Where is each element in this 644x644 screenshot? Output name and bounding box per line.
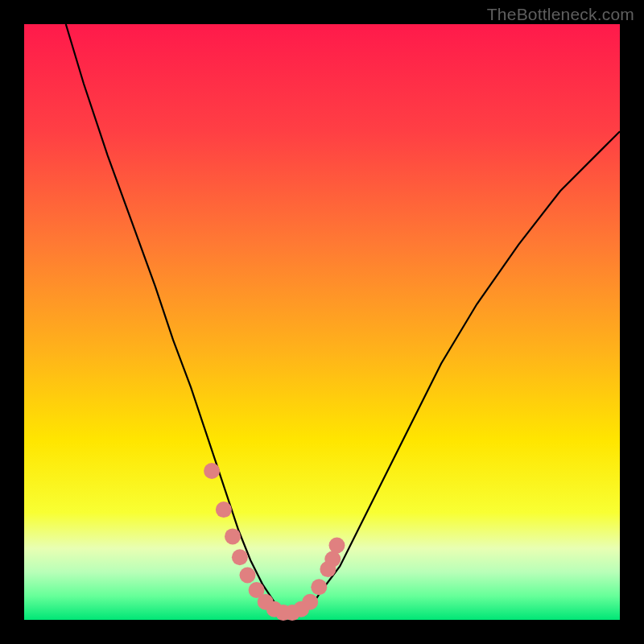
highlight-marker [240, 568, 256, 584]
chart-canvas [0, 0, 644, 644]
highlight-marker [204, 463, 220, 479]
highlight-marker [302, 594, 318, 610]
highlight-marker [225, 528, 241, 544]
highlight-marker [232, 549, 248, 565]
highlight-marker [324, 551, 341, 568]
plot-background [24, 24, 620, 620]
highlight-marker [311, 579, 327, 595]
watermark-text: TheBottleneck.com [487, 5, 634, 24]
highlight-marker [329, 538, 345, 554]
highlight-marker [216, 502, 232, 518]
